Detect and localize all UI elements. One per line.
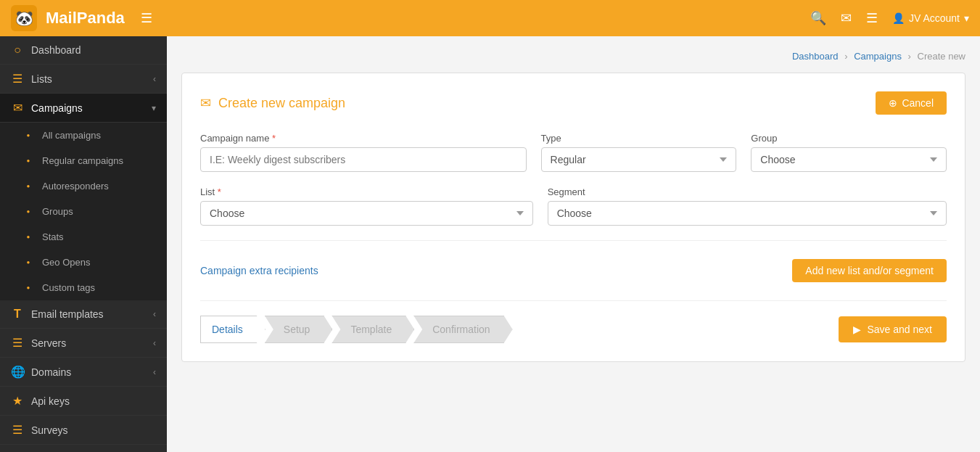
breadcrumb-dashboard[interactable]: Dashboard [792, 51, 839, 62]
type-group: Type Regular Autoresponder [541, 133, 737, 172]
sidebar-label-groups: Groups [42, 206, 156, 217]
autoresponders-icon: ● [22, 183, 35, 189]
campaigns-submenu: ● All campaigns ● Regular campaigns ● Au… [0, 123, 167, 300]
sidebar-item-campaigns[interactable]: ✉ Campaigns ▾ [0, 94, 167, 123]
user-person-icon: 👤 [892, 12, 905, 24]
extra-recipients-row: Campaign extra recipients Add new list a… [200, 252, 947, 289]
logo-icon: 🐼 [11, 5, 37, 31]
logo-text: MailPanda [46, 9, 125, 28]
sidebar-label-all-campaigns: All campaigns [42, 130, 156, 141]
nav-right: 🔍 ✉ ☰ 👤 JV Account ▾ [810, 10, 969, 26]
step-details-wrapper: Details [200, 316, 265, 343]
sidebar: ○ Dashboard ☰ Lists ‹ ✉ Campaigns ▾ ● Al… [0, 36, 167, 452]
save-next-icon: ▶ [853, 324, 861, 335]
segment-select[interactable]: Choose [548, 201, 947, 226]
sidebar-item-api-keys[interactable]: ★ Api keys [0, 387, 167, 416]
hamburger-icon[interactable]: ☰ [141, 10, 152, 26]
lists-arrow: ‹ [153, 74, 156, 84]
sidebar-item-regular-campaigns[interactable]: ● Regular campaigns [0, 148, 167, 173]
section-divider-2 [200, 300, 947, 301]
surveys-icon: ☰ [11, 423, 24, 437]
list-select[interactable]: Choose [200, 201, 533, 226]
step-details[interactable]: Details [200, 316, 265, 343]
save-next-button[interactable]: ▶ Save and next [839, 316, 947, 342]
campaign-name-input[interactable] [200, 147, 527, 172]
servers-arrow: ‹ [153, 338, 156, 348]
step-setup-label: Setup [284, 324, 310, 335]
sidebar-item-training[interactable]: ○ Training [0, 445, 167, 452]
domains-icon: 🌐 [11, 365, 24, 379]
cancel-button[interactable]: ⊕ Cancel [876, 91, 947, 115]
sidebar-item-stats[interactable]: ● Stats [0, 224, 167, 250]
group-select[interactable]: Choose [751, 147, 947, 172]
list-label: List * [200, 186, 533, 197]
all-campaigns-icon: ● [22, 132, 35, 139]
search-icon[interactable]: 🔍 [810, 10, 826, 26]
campaign-name-group: Campaign name * [200, 133, 527, 172]
campaigns-icon: ✉ [11, 101, 24, 115]
sidebar-label-autoresponders: Autoresponders [42, 181, 156, 192]
step-template[interactable]: Template [332, 316, 414, 343]
main-layout: ○ Dashboard ☰ Lists ‹ ✉ Campaigns ▾ ● Al… [0, 36, 980, 452]
list-icon[interactable]: ☰ [866, 10, 878, 26]
dashboard-icon: ○ [11, 44, 24, 57]
sidebar-label-email-templates: Email templates [31, 308, 146, 320]
list-group: List * Choose [200, 186, 533, 226]
sidebar-label-api-keys: Api keys [31, 395, 156, 407]
nav-left: 🐼 MailPanda ☰ [11, 5, 152, 31]
section-divider [200, 240, 947, 241]
step-confirmation[interactable]: Confirmation [413, 316, 512, 343]
sidebar-item-autoresponders[interactable]: ● Autoresponders [0, 173, 167, 199]
page-title-text: Create new campaign [218, 96, 345, 111]
api-keys-icon: ★ [11, 394, 24, 408]
breadcrumb-sep-2: › [908, 51, 911, 62]
campaign-name-required: * [272, 133, 276, 144]
segment-group: Segment Choose [548, 186, 947, 226]
card-header: ✉ Create new campaign ⊕ Cancel [200, 91, 947, 115]
sidebar-item-dashboard[interactable]: ○ Dashboard [0, 36, 167, 65]
breadcrumb-sep-1: › [844, 51, 847, 62]
stats-icon: ● [22, 234, 35, 240]
sidebar-label-custom-tags: Custom tags [42, 282, 156, 293]
user-account[interactable]: 👤 JV Account ▾ [892, 12, 969, 24]
sidebar-item-domains[interactable]: 🌐 Domains ‹ [0, 358, 167, 387]
breadcrumb: Dashboard › Campaigns › Create new [181, 51, 965, 62]
sidebar-item-email-templates[interactable]: T Email templates ‹ [0, 300, 167, 329]
groups-icon: ● [22, 208, 35, 215]
page-title-icon: ✉ [200, 95, 211, 111]
sidebar-item-surveys[interactable]: ☰ Surveys [0, 416, 167, 445]
save-next-label: Save and next [867, 324, 932, 335]
create-campaign-card: ✉ Create new campaign ⊕ Cancel Campaign … [181, 73, 965, 362]
user-label: JV Account [909, 12, 960, 24]
regular-campaigns-icon: ● [22, 157, 35, 164]
segment-label: Segment [548, 186, 947, 197]
extra-recipients-label: Campaign extra recipients [200, 265, 318, 276]
mail-icon[interactable]: ✉ [841, 10, 852, 26]
step-setup[interactable]: Setup [265, 316, 333, 343]
sidebar-item-geo-opens[interactable]: ● Geo Opens [0, 250, 167, 275]
step-template-wrapper: Template [332, 316, 414, 343]
type-select[interactable]: Regular Autoresponder [541, 147, 737, 172]
campaign-name-label: Campaign name * [200, 133, 527, 144]
sidebar-item-groups[interactable]: ● Groups [0, 199, 167, 224]
main-content: Dashboard › Campaigns › Create new ✉ Cre… [167, 36, 980, 452]
sidebar-label-domains: Domains [31, 366, 146, 378]
sidebar-label-campaigns: Campaigns [31, 102, 144, 114]
breadcrumb-campaigns[interactable]: Campaigns [854, 51, 902, 62]
sidebar-item-lists[interactable]: ☰ Lists ‹ [0, 65, 167, 94]
sidebar-item-all-campaigns[interactable]: ● All campaigns [0, 123, 167, 148]
email-templates-icon: T [11, 308, 24, 321]
wizard-row: Details Setup Template [200, 316, 947, 343]
cancel-label: Cancel [902, 97, 934, 109]
servers-icon: ☰ [11, 336, 24, 350]
domains-arrow: ‹ [153, 367, 156, 377]
add-list-segment-button[interactable]: Add new list and/or segment [792, 259, 947, 282]
sidebar-item-servers[interactable]: ☰ Servers ‹ [0, 329, 167, 358]
sidebar-label-servers: Servers [31, 337, 146, 349]
cancel-icon: ⊕ [889, 97, 897, 109]
sidebar-label-geo-opens: Geo Opens [42, 257, 156, 268]
step-details-label: Details [212, 324, 243, 335]
group-group: Group Choose [751, 133, 947, 172]
lists-icon: ☰ [11, 72, 24, 86]
sidebar-item-custom-tags[interactable]: ● Custom tags [0, 275, 167, 300]
